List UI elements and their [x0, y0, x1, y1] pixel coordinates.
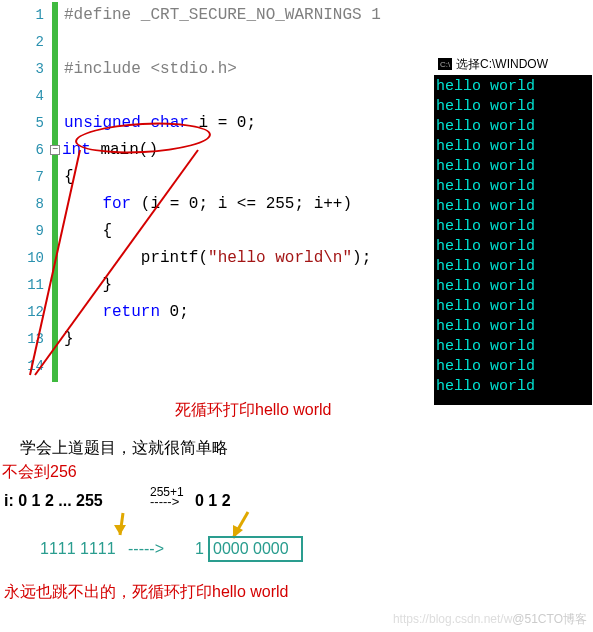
line-number: 11	[2, 272, 50, 299]
binary-left: 1111 1111	[40, 540, 116, 558]
code-line[interactable]	[64, 29, 381, 56]
console-title-text: 选择C:\WINDOW	[456, 56, 548, 73]
line-number: 8	[2, 191, 50, 218]
console-line: hello world	[436, 217, 590, 237]
console-line: hello world	[436, 97, 590, 117]
binary-one: 1	[195, 540, 204, 558]
line-number: 13	[2, 326, 50, 353]
code-line[interactable]	[64, 353, 381, 380]
code-line[interactable]: for (i = 0; i <= 255; i++)	[64, 191, 381, 218]
line-number: 14	[2, 353, 50, 380]
console-line: hello world	[436, 357, 590, 377]
binary-right: 0000 0000	[213, 540, 289, 558]
conclusion-annotation: 永远也跳不出的，死循环打印hello world	[4, 582, 288, 603]
line-number: 7	[2, 164, 50, 191]
not256-annotation: 不会到256	[2, 462, 77, 483]
seq-after: 0 1 2	[195, 492, 231, 510]
console-line: hello world	[436, 117, 590, 137]
line-number: 5	[2, 110, 50, 137]
line-number: 10	[2, 245, 50, 272]
line-number: 12	[2, 299, 50, 326]
line-number: 1	[2, 2, 50, 29]
console-line: hello world	[436, 177, 590, 197]
console-line: hello world	[436, 197, 590, 217]
fold-icon[interactable]	[50, 145, 60, 155]
console-line: hello world	[436, 237, 590, 257]
console-line: hello world	[436, 297, 590, 317]
console-window: C:\ 选择C:\WINDOW hello worldhello worldhe…	[434, 53, 592, 405]
code-content: #define _CRT_SECURE_NO_WARNINGS 1#includ…	[64, 2, 381, 380]
console-line: hello world	[436, 277, 590, 297]
code-line[interactable]: {	[64, 218, 381, 245]
binary-dash: ----->	[128, 540, 164, 558]
code-line[interactable]: }	[64, 272, 381, 299]
console-line: hello world	[436, 317, 590, 337]
console-line: hello world	[436, 337, 590, 357]
line-number-gutter: 1234567891011121314	[2, 2, 50, 380]
line-number: 2	[2, 29, 50, 56]
learn-annotation: 学会上道题目，这就很简单略	[20, 438, 228, 459]
console-output: hello worldhello worldhello worldhello w…	[434, 75, 592, 399]
line-number: 6	[2, 137, 50, 164]
code-line[interactable]: #define _CRT_SECURE_NO_WARNINGS 1	[64, 2, 381, 29]
seq-i: i: 0 1 2 ... 255	[4, 492, 103, 510]
loop-annotation: 死循环打印hello world	[175, 400, 331, 421]
code-line[interactable]: }	[64, 326, 381, 353]
code-line[interactable]: printf("hello world\n");	[64, 245, 381, 272]
console-line: hello world	[436, 377, 590, 397]
code-line[interactable]	[64, 83, 381, 110]
console-titlebar[interactable]: C:\ 选择C:\WINDOW	[434, 53, 592, 75]
console-line: hello world	[436, 257, 590, 277]
code-line[interactable]: {	[64, 164, 381, 191]
code-line[interactable]: return 0;	[64, 299, 381, 326]
watermark: https://blog.csdn.net/w@51CTO博客	[393, 611, 587, 628]
console-line: hello world	[436, 137, 590, 157]
console-icon: C:\	[438, 58, 452, 70]
line-number: 3	[2, 56, 50, 83]
line-number: 4	[2, 83, 50, 110]
console-line: hello world	[436, 77, 590, 97]
line-number: 9	[2, 218, 50, 245]
svg-marker-2	[114, 525, 126, 535]
change-marker-bar	[52, 2, 58, 382]
seq-arrow: ----->	[150, 494, 179, 509]
console-line: hello world	[436, 157, 590, 177]
code-line[interactable]: #include <stdio.h>	[64, 56, 381, 83]
